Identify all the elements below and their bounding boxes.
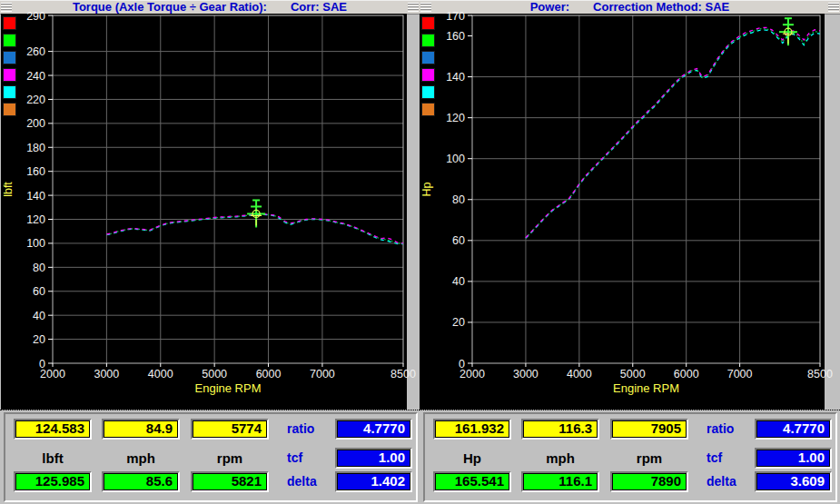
- y-tick-label: 120: [446, 112, 465, 124]
- x-tick-label: 4000: [148, 368, 173, 380]
- cursor-marker[interactable]: [247, 200, 265, 227]
- drag-handle-icon[interactable]: [828, 3, 839, 12]
- ratio-box: 4.7770: [755, 419, 832, 440]
- delta-label: delta: [287, 474, 332, 489]
- power-unit-label: Hp: [433, 450, 511, 466]
- legend-swatch-magenta[interactable]: [421, 68, 435, 82]
- tcf-value: 1.00: [756, 450, 830, 467]
- y-axis-title: lbft: [2, 182, 15, 197]
- drag-handle-icon[interactable]: [420, 3, 431, 12]
- y-tick-label: 60: [33, 285, 45, 298]
- ratio-value: 4.7770: [337, 420, 410, 438]
- torque-run-legend: [3, 16, 18, 120]
- speed-unit-label: mph: [102, 450, 180, 466]
- axis-ticks: [468, 15, 820, 367]
- legend-swatch-magenta[interactable]: [3, 68, 16, 82]
- torque-panel: Torque (Axle Torque ÷ Gear Ratio):Corr: …: [0, 0, 420, 504]
- power-readout-strip: 161.932 116.3 7905 Hp mph rpm 165.541 11…: [420, 410, 840, 504]
- torque-current-box: 124.583: [14, 419, 92, 440]
- x-tick-label: 6000: [256, 368, 282, 380]
- legend-swatch-green[interactable]: [3, 34, 16, 47]
- y-tick-label: 160: [446, 30, 465, 43]
- tcf-label: tcf: [287, 450, 332, 465]
- y-tick-label: 170: [446, 10, 465, 23]
- speed-current-value: 116.3: [523, 420, 598, 438]
- torque-titlebar: Torque (Axle Torque ÷ Gear Ratio):Corr: …: [0, 0, 420, 15]
- torque-compare-value: 125.985: [15, 473, 90, 490]
- x-tick-label: 8500: [807, 368, 833, 380]
- rpm-current-value: 5774: [193, 420, 267, 438]
- speed-compare-value: 85.6: [104, 473, 178, 490]
- legend-swatch-orange[interactable]: [421, 103, 435, 116]
- series-run-magenta: [526, 27, 820, 237]
- y-tick-label: 120: [26, 213, 45, 226]
- x-tick-label: 2000: [40, 368, 65, 380]
- speed-compare-box: 85.6: [102, 471, 180, 492]
- y-tick-label: 100: [446, 153, 465, 165]
- x-tick-label: 5000: [620, 368, 646, 380]
- speed-current-box: 116.3: [521, 419, 599, 440]
- speed-current-box: 84.9: [102, 419, 180, 440]
- rpm-compare-value: 5821: [193, 473, 267, 490]
- rpm-unit-label: rpm: [191, 450, 269, 466]
- legend-swatch-green[interactable]: [421, 34, 435, 47]
- y-tick-label: 240: [26, 70, 45, 83]
- y-tick-label: 180: [26, 142, 45, 154]
- torque-readout-strip: 124.583 84.9 5774 lbft mph rpm 125.985 8…: [0, 410, 420, 504]
- x-tick-label: 3000: [94, 368, 119, 380]
- power-compare-box: 165.541: [433, 471, 511, 492]
- legend-swatch-red[interactable]: [421, 16, 435, 30]
- y-tick-label: 40: [452, 275, 465, 288]
- legend-swatch-cyan[interactable]: [421, 85, 435, 99]
- legend-swatch-blue[interactable]: [3, 51, 16, 64]
- drag-handle-icon[interactable]: [408, 3, 419, 12]
- plot-border: [472, 15, 820, 363]
- series-run-green: [526, 29, 820, 239]
- delta-box: 3.609: [755, 471, 832, 492]
- drag-handle-icon[interactable]: [1, 3, 12, 12]
- power-current-value: 161.932: [435, 420, 509, 438]
- speed-unit-label: mph: [521, 450, 599, 466]
- x-axis-title: Engine RPM: [613, 381, 679, 395]
- y-tick-label: 140: [26, 190, 45, 203]
- y-tick-label: 80: [452, 193, 465, 206]
- rpm-compare-value: 7890: [612, 473, 687, 490]
- tcf-label: tcf: [707, 450, 752, 465]
- x-tick-label: 8500: [390, 368, 416, 380]
- tcf-value: 1.00: [337, 450, 410, 467]
- y-tick-label: 290: [26, 10, 45, 23]
- torque-unit-label: lbft: [14, 450, 92, 466]
- power-correction-label: Correction Method: SAE: [593, 0, 729, 14]
- gridlines: [53, 15, 403, 363]
- legend-swatch-red[interactable]: [3, 16, 16, 30]
- torque-readout-panel: 124.583 84.9 5774 lbft mph rpm 125.985 8…: [4, 412, 418, 502]
- x-axis-title: Engine RPM: [195, 381, 262, 395]
- x-tick-label: 7000: [310, 368, 335, 380]
- power-current-box: 161.932: [433, 419, 511, 440]
- x-tick-label: 4000: [567, 368, 592, 380]
- axis-ticks: [48, 15, 403, 367]
- torque-compare-box: 125.985: [14, 471, 92, 492]
- legend-swatch-blue[interactable]: [421, 51, 435, 64]
- torque-correction-label: Corr: SAE: [291, 0, 347, 14]
- x-tick-label: 2000: [460, 368, 485, 380]
- y-tick-label: 160: [26, 165, 45, 178]
- power-run-legend: [421, 16, 437, 120]
- delta-label: delta: [707, 474, 752, 489]
- speed-compare-box: 116.1: [521, 471, 599, 492]
- y-tick-label: 40: [33, 310, 45, 322]
- rpm-compare-box: 7890: [610, 471, 688, 492]
- speed-compare-value: 116.1: [523, 473, 598, 490]
- x-tick-label: 5000: [202, 368, 227, 380]
- y-tick-label: 20: [33, 333, 45, 346]
- speed-current-value: 84.9: [104, 420, 178, 438]
- legend-swatch-orange[interactable]: [3, 103, 16, 116]
- torque-chart-area: 2902602402202001801601401201008060402002…: [1, 14, 407, 410]
- x-tick-label: 6000: [674, 368, 699, 380]
- rpm-unit-label: rpm: [610, 450, 688, 466]
- legend-swatch-cyan[interactable]: [3, 85, 16, 99]
- power-titlebar: Power:Correction Method: SAE: [420, 0, 840, 15]
- power-readout-panel: 161.932 116.3 7905 Hp mph rpm 165.541 11…: [423, 412, 837, 502]
- y-tick-label: 20: [452, 316, 465, 329]
- ratio-label: ratio: [287, 421, 332, 436]
